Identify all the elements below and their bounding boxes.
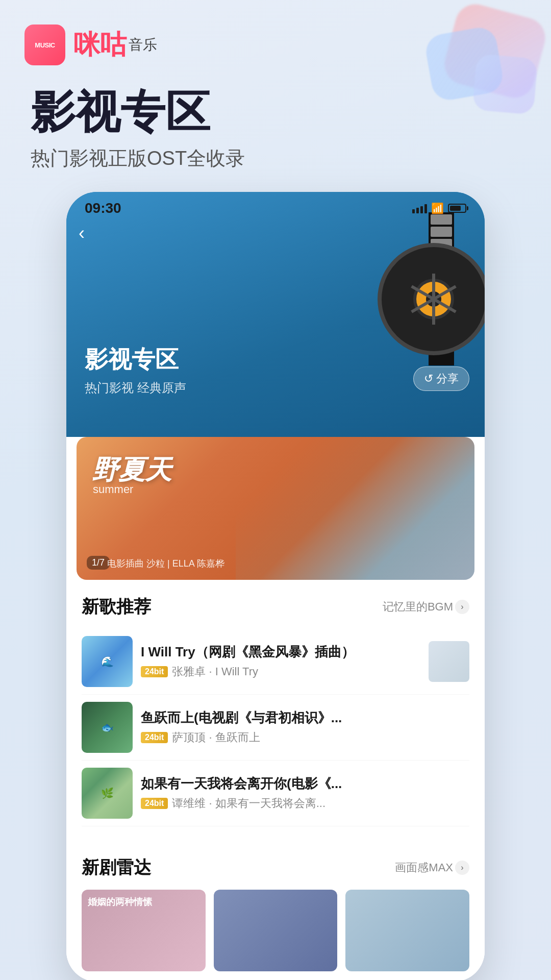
- hero-subtitle: 热门影视正版OST全收录: [31, 145, 520, 172]
- phone-mockup-container: 09:30 📶: [0, 192, 551, 980]
- status-icons: 📶: [412, 202, 466, 214]
- song-meta-3: 24bit 谭维维 · 如果有一天我将会离...: [141, 796, 469, 811]
- battery-icon: [448, 204, 466, 213]
- phone-mockup: 09:30 📶: [66, 192, 485, 980]
- banner-card[interactable]: 野夏天 summer 1/7 电影插曲 沙粒 | ELLA 陈嘉桦: [77, 437, 474, 580]
- song-info-2: 鱼跃而上(电视剧《与君初相识》... 24bit 萨顶顶 · 鱼跃而上: [141, 709, 469, 745]
- banner-subtitle: summer: [93, 483, 133, 496]
- drama-grid: 婚姻的两种情愫: [82, 890, 469, 971]
- drama-title: 新剧雷达: [82, 856, 151, 879]
- app-header: 咪咕音乐: [0, 0, 551, 78]
- drama-card-3[interactable]: [345, 890, 469, 971]
- logo-migutext: 咪咕: [73, 27, 127, 63]
- status-time: 09:30: [85, 200, 121, 216]
- app-logo-icon: [24, 24, 65, 65]
- song-title-2: 鱼跃而上(电视剧《与君初相识》...: [141, 709, 469, 727]
- hifi-badge-3: 24bit: [141, 798, 168, 809]
- phone-hero-subtitle: 热门影视 经典原声: [85, 380, 186, 396]
- drama-card-1[interactable]: 婚姻的两种情愫: [82, 890, 206, 971]
- song-cover-2: 🐟: [82, 702, 133, 753]
- song-title-1: I Will Try（网剧《黑金风暴》插曲）: [141, 643, 420, 661]
- song-title-3: 如果有一天我将会离开你(电影《...: [141, 775, 469, 793]
- song-meta-1: 24bit 张雅卓 · I Will Try: [141, 664, 420, 679]
- drama-card-2[interactable]: [214, 890, 338, 971]
- drama-more[interactable]: 画面感MAX ›: [395, 860, 469, 875]
- logo-musictext: 音乐: [129, 35, 157, 55]
- song-info-3: 如果有一天我将会离开你(电影《... 24bit 谭维维 · 如果有一天我将会离…: [141, 775, 469, 811]
- chevron-right-icon: ›: [455, 600, 469, 614]
- back-button[interactable]: ‹: [79, 223, 85, 244]
- new-songs-title: 新歌推荐: [82, 595, 151, 619]
- song-artist-1: 张雅卓 · I Will Try: [172, 664, 258, 679]
- song-info-1: I Will Try（网剧《黑金风暴》插曲） 24bit 张雅卓 · I Wil…: [141, 643, 420, 679]
- share-label: 分享: [436, 371, 459, 386]
- song-item[interactable]: 🌿 如果有一天我将会离开你(电影《... 24bit 谭维维 · 如果有一天我将…: [82, 761, 469, 826]
- banner-info: 电影插曲 沙粒 | ELLA 陈嘉桦: [107, 557, 224, 570]
- song-item[interactable]: 🐟 鱼跃而上(电视剧《与君初相识》... 24bit 萨顶顶 · 鱼跃而上: [82, 695, 469, 761]
- share-button[interactable]: ↺ 分享: [413, 366, 469, 391]
- song-item[interactable]: 🌊 I Will Try（网剧《黑金风暴》插曲） 24bit 张雅卓 · I W…: [82, 629, 469, 695]
- hero-section: 影视专区 热门影视正版OST全收录: [0, 78, 551, 192]
- hifi-badge-1: 24bit: [141, 666, 168, 677]
- drama-more-label: 画面感MAX: [395, 860, 453, 875]
- drama-section: 新剧雷达 画面感MAX › 婚姻的两种情愫: [66, 841, 485, 980]
- new-songs-header: 新歌推荐 记忆里的BGM ›: [82, 595, 469, 619]
- hero-title: 影视专区: [31, 88, 520, 137]
- app-name: 咪咕音乐: [73, 27, 157, 63]
- phone-hero-banner: ‹ 影视专区 热门影视 经典原声 ↺ 分享: [66, 192, 485, 437]
- hifi-badge-2: 24bit: [141, 732, 168, 743]
- new-songs-more[interactable]: 记忆里的BGM ›: [383, 599, 469, 615]
- share-icon: ↺: [424, 372, 433, 385]
- new-songs-section: 新歌推荐 记忆里的BGM › 🌊 I Will Try（网剧《黑金风暴》插曲） …: [66, 580, 485, 837]
- song-cover-1: 🌊: [82, 636, 133, 687]
- new-songs-more-label: 记忆里的BGM: [383, 599, 453, 615]
- phone-hero-title: 影视专区: [85, 344, 186, 376]
- song-artist-3: 谭维维 · 如果有一天我将会离...: [172, 796, 325, 811]
- signal-icon: [412, 203, 427, 213]
- song-cover-right-1: [429, 641, 469, 682]
- phone-hero-content: 影视专区 热门影视 经典原声: [85, 344, 186, 396]
- status-bar: 09:30 📶: [66, 192, 485, 220]
- song-meta-2: 24bit 萨顶顶 · 鱼跃而上: [141, 730, 469, 745]
- banner-counter: 1/7: [87, 556, 110, 570]
- song-artist-2: 萨顶顶 · 鱼跃而上: [172, 730, 260, 745]
- chevron-right-icon-2: ›: [455, 861, 469, 875]
- drama-header: 新剧雷达 画面感MAX ›: [82, 856, 469, 879]
- song-cover-3: 🌿: [82, 768, 133, 819]
- wifi-icon: 📶: [431, 202, 444, 214]
